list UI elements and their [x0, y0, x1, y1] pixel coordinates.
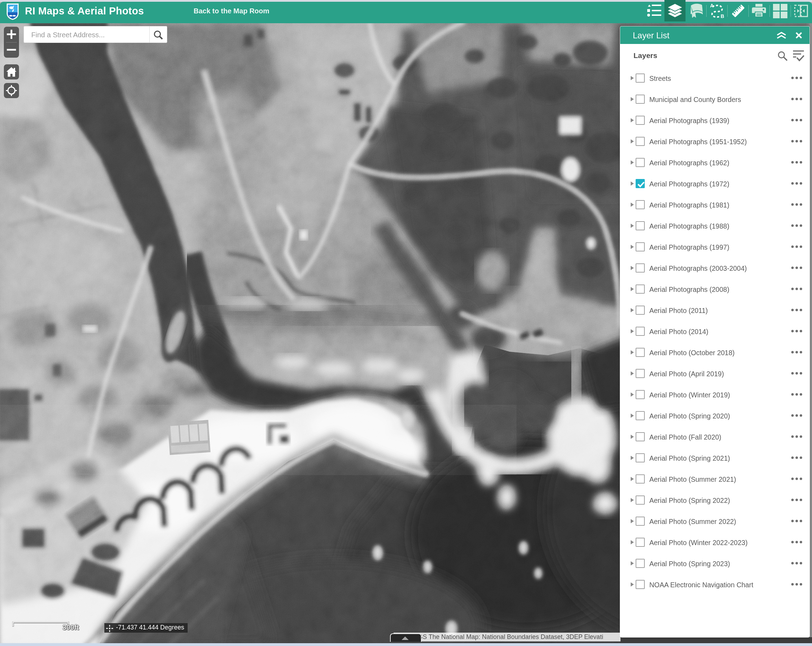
svg-text:B: B	[720, 13, 724, 18]
svg-text:A: A	[710, 3, 714, 8]
